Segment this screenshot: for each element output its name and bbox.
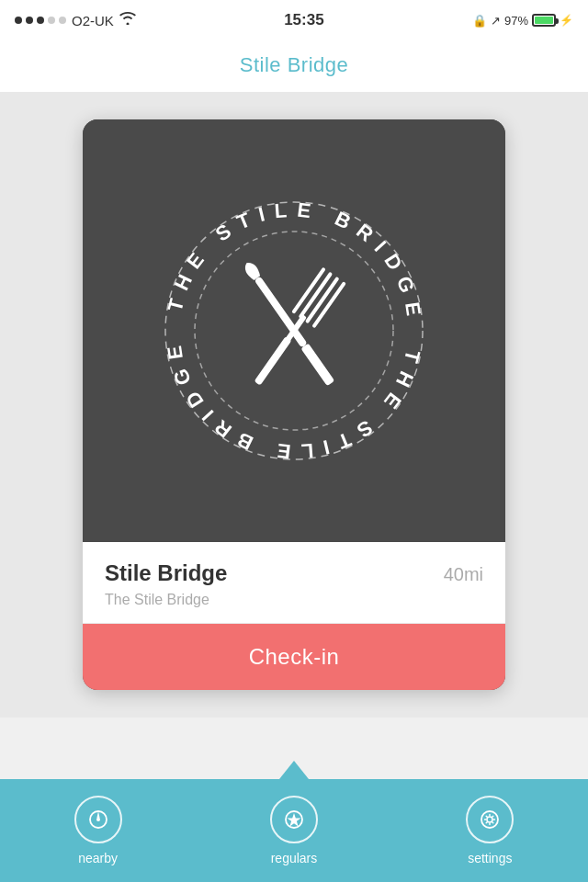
tab-nearby[interactable]: nearby — [74, 796, 122, 865]
venue-card: THE STILE BRIDGE THE STILE BRIDGE. — [83, 119, 505, 690]
page-title: Stile Bridge — [0, 40, 588, 92]
circular-logo: THE STILE BRIDGE THE STILE BRIDGE. — [147, 184, 441, 478]
venue-name: Stile Bridge — [105, 560, 227, 586]
status-right: 🔒 ↗ 97% ⚡ — [472, 14, 573, 28]
checkin-button[interactable]: Check-in — [83, 624, 505, 690]
carrier-label: O2-UK — [72, 13, 114, 28]
svg-text:THE STILE BRIDGE: THE STILE BRIDGE — [164, 198, 427, 327]
svg-rect-5 — [300, 344, 334, 387]
nearby-icon — [74, 796, 122, 843]
venue-info: Stile Bridge 40mi The Stile Bridge — [83, 542, 505, 624]
svg-marker-15 — [287, 813, 300, 827]
tab-regulars[interactable]: regulars — [270, 796, 318, 865]
dot3 — [37, 17, 44, 24]
dot5 — [59, 17, 66, 24]
battery-fill — [535, 17, 553, 24]
status-bar: O2-UK 15:35 🔒 ↗ 97% ⚡ — [0, 0, 588, 40]
dot1 — [15, 17, 22, 24]
tab-nearby-label: nearby — [78, 851, 118, 865]
svg-point-13 — [96, 818, 100, 821]
tab-settings[interactable]: settings — [466, 796, 514, 865]
svg-point-17 — [487, 817, 492, 822]
dot4 — [48, 17, 55, 24]
venue-subtitle: The Stile Bridge — [105, 592, 483, 608]
svg-rect-6 — [254, 336, 292, 386]
dot2 — [26, 17, 33, 24]
regulars-icon — [270, 796, 318, 843]
lock-icon: 🔒 — [472, 14, 487, 28]
svg-point-16 — [481, 811, 498, 828]
location-icon: ↗ — [491, 14, 501, 28]
svg-rect-4 — [254, 276, 308, 347]
tab-settings-label: settings — [468, 851, 512, 865]
tab-pointer — [279, 761, 309, 779]
battery-icon — [532, 14, 556, 27]
main-content: THE STILE BRIDGE THE STILE BRIDGE. — [0, 92, 588, 718]
tab-regulars-label: regulars — [271, 851, 318, 865]
tab-bar: nearby regulars settings — [0, 779, 588, 882]
wifi-icon — [119, 12, 136, 28]
settings-icon — [466, 796, 514, 843]
battery-percent: 97% — [504, 14, 528, 28]
venue-name-row: Stile Bridge 40mi — [105, 560, 483, 586]
signal-dots — [15, 17, 66, 24]
venue-distance: 40mi — [444, 564, 483, 585]
status-time: 15:35 — [284, 11, 323, 29]
status-left: O2-UK — [15, 12, 136, 28]
venue-logo-area: THE STILE BRIDGE THE STILE BRIDGE. — [83, 119, 505, 542]
charge-icon: ⚡ — [560, 14, 573, 27]
